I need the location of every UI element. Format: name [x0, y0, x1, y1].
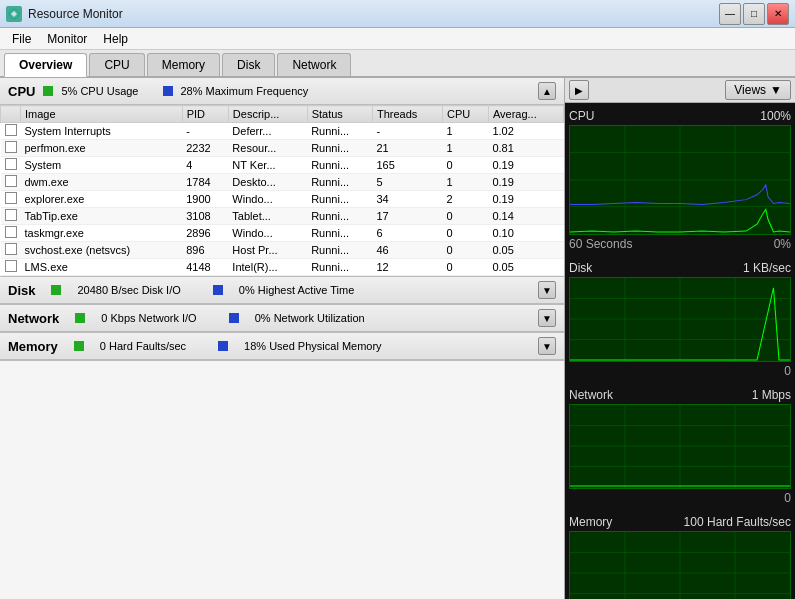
menu-help[interactable]: Help [95, 30, 136, 48]
cpu-section-header[interactable]: CPU 5% CPU Usage 28% Maximum Frequency ▲ [0, 78, 564, 105]
row-checkbox[interactable] [5, 175, 17, 187]
table-cell: 165 [372, 157, 442, 174]
table-cell: Runni... [307, 259, 372, 276]
tab-bar: Overview CPU Memory Disk Network [0, 50, 795, 78]
menu-file[interactable]: File [4, 30, 39, 48]
memory-expand-button[interactable]: ▼ [538, 337, 556, 355]
table-cell: TabTip.exe [21, 208, 183, 225]
network-expand-button[interactable]: ▼ [538, 309, 556, 327]
table-row[interactable]: TabTip.exe3108Tablet...Runni...1700.14 [1, 208, 564, 225]
minimize-button[interactable]: — [719, 3, 741, 25]
col-pid[interactable]: PID [182, 106, 228, 123]
disk-section-header[interactable]: Disk 20480 B/sec Disk I/O 0% Highest Act… [0, 277, 564, 304]
row-checkbox[interactable] [5, 158, 17, 170]
col-cpu[interactable]: CPU [443, 106, 489, 123]
disk-graph-label: Disk [569, 261, 592, 275]
table-cell: Runni... [307, 140, 372, 157]
disk-title: Disk [8, 283, 35, 298]
table-row[interactable]: perfmon.exe2232Resour...Runni...2110.81 [1, 140, 564, 157]
cpu-table: Image PID Descrip... Status Threads CPU … [0, 105, 564, 276]
col-status[interactable]: Status [307, 106, 372, 123]
table-row[interactable]: dwm.exe1784Deskto...Runni...510.19 [1, 174, 564, 191]
tab-overview[interactable]: Overview [4, 53, 87, 77]
mem-stat1-dot [74, 341, 84, 351]
table-row[interactable]: taskmgr.exe2896Windo...Runni...600.10 [1, 225, 564, 242]
menu-bar: File Monitor Help [0, 28, 795, 50]
right-header: ▶ Views ▼ [565, 78, 795, 103]
cpu-graph-svg [570, 126, 790, 234]
network-section-header[interactable]: Network 0 Kbps Network I/O 0% Network Ut… [0, 305, 564, 332]
maximize-button[interactable]: □ [743, 3, 765, 25]
row-checkbox[interactable] [5, 192, 17, 204]
table-row[interactable]: LMS.exe4148Intel(R)...Runni...1200.05 [1, 259, 564, 276]
tab-memory[interactable]: Memory [147, 53, 220, 76]
expand-button[interactable]: ▶ [569, 80, 589, 100]
graphs-container: CPU 100% [565, 103, 795, 599]
table-cell: 2896 [182, 225, 228, 242]
col-image[interactable]: Image [21, 106, 183, 123]
net-graph-svg [570, 405, 790, 488]
mem-graph-canvas [569, 531, 791, 599]
col-check [1, 106, 21, 123]
table-cell: System Interrupts [21, 123, 183, 140]
cpu-stat1: 5% CPU Usage [61, 85, 138, 97]
table-cell: 2232 [182, 140, 228, 157]
menu-monitor[interactable]: Monitor [39, 30, 95, 48]
row-checkbox[interactable] [5, 243, 17, 255]
main-content: CPU 5% CPU Usage 28% Maximum Frequency ▲… [0, 78, 795, 599]
row-checkbox[interactable] [5, 124, 17, 136]
disk-section: Disk 20480 B/sec Disk I/O 0% Highest Act… [0, 277, 564, 305]
col-desc[interactable]: Descrip... [228, 106, 307, 123]
cpu-stat2: 28% Maximum Frequency [181, 85, 309, 97]
table-cell: 0.05 [488, 242, 563, 259]
tab-cpu[interactable]: CPU [89, 53, 144, 76]
tab-network[interactable]: Network [277, 53, 351, 76]
table-cell: 0 [443, 225, 489, 242]
window-title: Resource Monitor [28, 7, 713, 21]
table-cell: 4 [182, 157, 228, 174]
table-cell: 1.02 [488, 123, 563, 140]
window-controls: — □ ✕ [719, 3, 789, 25]
table-cell: Windo... [228, 191, 307, 208]
row-checkbox[interactable] [5, 141, 17, 153]
mem-graph-max: 100 Hard Faults/sec [684, 515, 791, 529]
disk-stat1-dot [51, 285, 61, 295]
disk-graph-bottom: 0 [569, 364, 791, 382]
table-row[interactable]: explorer.exe1900Windo...Runni...3420.19 [1, 191, 564, 208]
row-checkbox[interactable] [5, 260, 17, 272]
row-checkbox[interactable] [5, 209, 17, 221]
disk-graph-label-row: Disk 1 KB/sec [569, 259, 791, 277]
table-row[interactable]: System4NT Ker...Runni...16500.19 [1, 157, 564, 174]
row-checkbox[interactable] [5, 226, 17, 238]
table-cell: taskmgr.exe [21, 225, 183, 242]
network-graph-section: Network 1 Mbps 0 [565, 382, 795, 509]
views-button[interactable]: Views ▼ [725, 80, 791, 100]
table-cell: 0 [443, 259, 489, 276]
table-cell: 0.05 [488, 259, 563, 276]
tab-disk[interactable]: Disk [222, 53, 275, 76]
disk-graph-max: 1 KB/sec [743, 261, 791, 275]
table-cell: dwm.exe [21, 174, 183, 191]
table-cell: Runni... [307, 242, 372, 259]
col-threads[interactable]: Threads [372, 106, 442, 123]
table-cell: System [21, 157, 183, 174]
disk-graph-section: Disk 1 KB/sec [565, 255, 795, 382]
mem-stat2-dot [218, 341, 228, 351]
disk-graph-zero: 0 [784, 364, 791, 378]
table-cell: 0 [443, 157, 489, 174]
col-avg[interactable]: Averag... [488, 106, 563, 123]
memory-section-header[interactable]: Memory 0 Hard Faults/sec 18% Used Physic… [0, 333, 564, 360]
network-stats: 0 Kbps Network I/O 0% Network Utilizatio… [67, 312, 530, 324]
table-cell: 0.19 [488, 174, 563, 191]
cpu-expand-button[interactable]: ▲ [538, 82, 556, 100]
table-cell: Deferr... [228, 123, 307, 140]
table-row[interactable]: System Interrupts-Deferr...Runni...-11.0… [1, 123, 564, 140]
network-title: Network [8, 311, 59, 326]
mem-graph-label: Memory [569, 515, 612, 529]
network-section: Network 0 Kbps Network I/O 0% Network Ut… [0, 305, 564, 333]
memory-title: Memory [8, 339, 58, 354]
disk-expand-button[interactable]: ▼ [538, 281, 556, 299]
close-button[interactable]: ✕ [767, 3, 789, 25]
net-stat1-dot [75, 313, 85, 323]
table-row[interactable]: svchost.exe (netsvcs)896Host Pr...Runni.… [1, 242, 564, 259]
